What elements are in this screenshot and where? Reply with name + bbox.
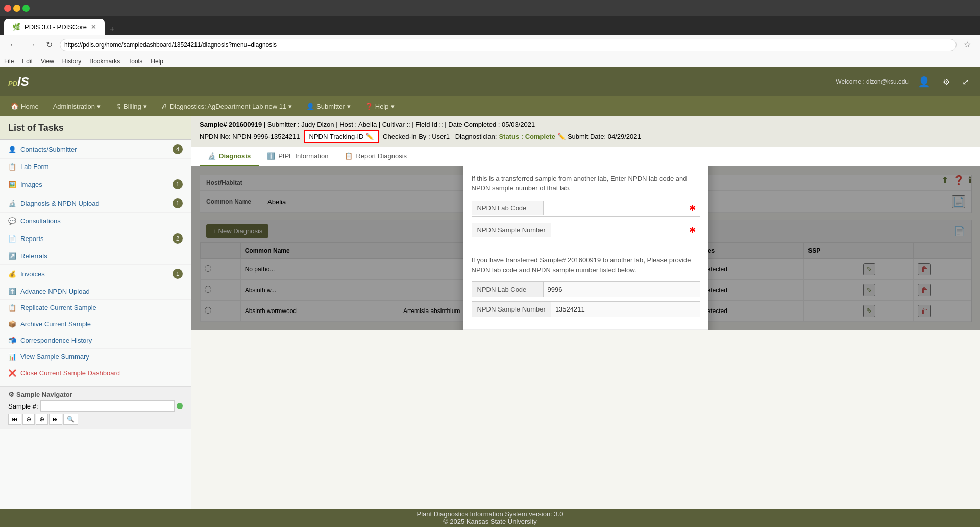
tab-report-label: Report Diagnosis <box>356 152 407 160</box>
tab-pipe[interactable]: ℹ️ PIPE Information <box>259 147 336 166</box>
submit-date: Submit Date: 04/29/2021 <box>568 132 641 142</box>
browser-tab[interactable]: 🌿 PDIS 3.0 - PDISCore ✕ <box>4 19 105 35</box>
sidebar-title: List of Tasks <box>0 116 191 140</box>
sample-navigator-title: ⚙ Sample Navigator <box>8 391 183 398</box>
content-area: Sample# 201600919 | Submitter : Judy Diz… <box>191 116 980 509</box>
sidebar-item-referrals[interactable]: ↗️ Referrals <box>0 248 191 265</box>
sidebar: List of Tasks 👤 Contacts/Submitter 4 📋 L… <box>0 116 191 509</box>
sidebar-item-contacts[interactable]: 👤 Contacts/Submitter 4 <box>0 140 191 159</box>
tab-close-btn[interactable]: ✕ <box>91 23 96 31</box>
nav-home[interactable]: 🏠 Home <box>4 99 45 113</box>
window-min[interactable] <box>13 5 20 12</box>
sidebar-item-labform[interactable]: 📋 Lab Form <box>0 159 191 175</box>
sidebar-item-reports[interactable]: 📄 Reports 2 <box>0 229 191 248</box>
advance-npdn-label: Advance NPDN Upload <box>20 288 90 295</box>
archive-label: Archive Current Sample <box>20 320 91 328</box>
archive-icon: 📦 <box>8 320 16 328</box>
required-star-2: ✱ <box>685 222 700 238</box>
edit-status-icon[interactable]: ✏️ <box>557 132 566 142</box>
npdn-lab-code-input[interactable] <box>544 201 685 215</box>
sample-info-line1: Sample# 201600919 | Submitter : Judy Diz… <box>200 119 972 130</box>
images-badge: 1 <box>173 179 183 189</box>
npdn-lab-code-field: NPDN Lab Code ✱ <box>472 200 700 217</box>
nav-first-btn[interactable]: ⏮ <box>8 414 21 425</box>
refresh-btn[interactable]: ↻ <box>43 39 56 51</box>
nav-search-btn[interactable]: 🔍 <box>63 414 78 425</box>
menu-help[interactable]: Help <box>151 58 163 65</box>
npdn-lab-code-label: NPDN Lab Code <box>472 201 544 215</box>
nav-diagnostics-label: Diagnostics: AgDepartment Lab new 11 <box>170 103 286 110</box>
reports-badge: 2 <box>173 233 183 244</box>
menu-view[interactable]: View <box>41 58 54 65</box>
modal-desc1: If this is a transferred sample from ano… <box>472 174 700 194</box>
diagnosis-badge: 1 <box>173 198 183 208</box>
tab-report[interactable]: 📋 Report Diagnosis <box>336 147 415 166</box>
sample-number-input[interactable] <box>40 400 175 412</box>
nav-billing-label: Billing <box>124 103 141 110</box>
menu-history[interactable]: History <box>62 58 81 65</box>
sidebar-item-advance-npdn[interactable]: ⬆️ Advance NPDN Upload <box>0 283 191 300</box>
nav-administration[interactable]: Administration ▾ <box>47 100 107 113</box>
new-tab-btn[interactable]: + <box>107 23 117 35</box>
nav-last-btn[interactable]: ⏭ <box>49 414 62 425</box>
nav-next-btn[interactable]: ⊕ <box>36 414 48 425</box>
nav-help[interactable]: ❓ Help ▾ <box>359 100 401 113</box>
advance-npdn-icon: ⬆️ <box>8 288 16 295</box>
readonly-lab-code-label: NPDN Lab Code <box>472 282 544 297</box>
menu-edit[interactable]: Edit <box>22 58 33 65</box>
billing-icon: 🖨 <box>115 103 121 110</box>
diagnostics-icon: 🖨 <box>161 103 168 110</box>
correspondence-icon: 📬 <box>8 337 16 344</box>
images-label: Images <box>20 181 42 188</box>
maximize-icon-btn[interactable]: ⤢ <box>959 76 972 88</box>
window-max[interactable] <box>22 5 30 12</box>
replicate-label: Replicate Current Sample <box>20 304 96 312</box>
sidebar-item-sample-summary[interactable]: 📊 View Sample Summary <box>0 349 191 365</box>
npdn-sample-number-field: NPDN Sample Number ✱ <box>472 222 700 238</box>
npdn-sample-number-row: NPDN Sample Number ✱ <box>472 222 700 238</box>
modal-overlay: NPDN Tracking-ID ✕ If this is a transfer… <box>191 166 980 330</box>
nav-diagnostics[interactable]: 🖨 Diagnostics: AgDepartment Lab new 11 ▾ <box>155 100 298 113</box>
sidebar-item-correspondence[interactable]: 📬 Correspondence History <box>0 332 191 349</box>
sidebar-item-diagnosis[interactable]: 🔬 Diagnosis & NPDN Upload 1 <box>0 194 191 213</box>
nav-billing[interactable]: 🖨 Billing ▾ <box>109 100 153 113</box>
menu-bookmarks[interactable]: Bookmarks <box>89 58 120 65</box>
tab-report-icon: 📋 <box>345 152 353 160</box>
sidebar-item-archive[interactable]: 📦 Archive Current Sample <box>0 316 191 332</box>
diagnosis-label: Diagnosis & NPDN Upload <box>20 200 100 207</box>
tab-diagnosis[interactable]: 🔬 Diagnosis <box>200 147 259 166</box>
nav-submitter-label: Submitter <box>316 103 345 110</box>
window-controls <box>4 5 30 12</box>
npdn-sample-number-label: NPDN Sample Number <box>472 223 551 237</box>
sidebar-item-close-dashboard[interactable]: ❌ Close Current Sample Dashboard <box>0 365 191 381</box>
address-input[interactable] <box>60 39 957 51</box>
labform-label: Lab Form <box>20 163 49 171</box>
content-tabs: 🔬 Diagnosis ℹ️ PIPE Information 📋 Report… <box>191 147 980 166</box>
sidebar-item-consultations[interactable]: 💬 Consultations <box>0 213 191 229</box>
home-icon: 🏠 <box>10 102 19 110</box>
submitter-icon: 👤 <box>306 103 314 110</box>
status-bar: Plant Diagnostics Information System ver… <box>0 509 980 527</box>
back-btn[interactable]: ← <box>6 39 20 51</box>
sidebar-item-replicate[interactable]: 📋 Replicate Current Sample <box>0 300 191 316</box>
npdn-tracking-modal: NPDN Tracking-ID ✕ If this is a transfer… <box>463 166 708 330</box>
modal-divider <box>472 247 700 247</box>
nav-prev-btn[interactable]: ⊖ <box>22 414 35 425</box>
npdn-sample-number-input[interactable] <box>551 223 685 237</box>
bookmark-btn[interactable]: ☆ <box>961 39 974 51</box>
menu-tools[interactable]: Tools <box>128 58 142 65</box>
settings-icon-btn[interactable]: ⚙ <box>940 76 953 88</box>
nav-diagnostics-chevron: ▾ <box>288 103 292 110</box>
required-star-1: ✱ <box>685 200 700 216</box>
user-icon-btn[interactable]: 👤 <box>915 75 934 89</box>
npdn-tracking-id-btn[interactable]: NPDN Tracking-ID ✏️ <box>304 130 379 144</box>
app-nav: 🏠 Home Administration ▾ 🖨 Billing ▾ 🖨 Di… <box>0 96 980 116</box>
forward-btn[interactable]: → <box>24 39 39 51</box>
window-close[interactable] <box>4 5 11 12</box>
status-line2: © 2025 Kansas State University <box>417 518 564 525</box>
sidebar-item-images[interactable]: 🖼️ Images 1 <box>0 175 191 194</box>
nav-submitter[interactable]: 👤 Submitter ▾ <box>300 100 357 113</box>
menu-file[interactable]: File <box>4 58 14 65</box>
sidebar-item-invoices[interactable]: 💰 Invoices 1 <box>0 265 191 283</box>
nav-submitter-chevron: ▾ <box>347 103 351 110</box>
